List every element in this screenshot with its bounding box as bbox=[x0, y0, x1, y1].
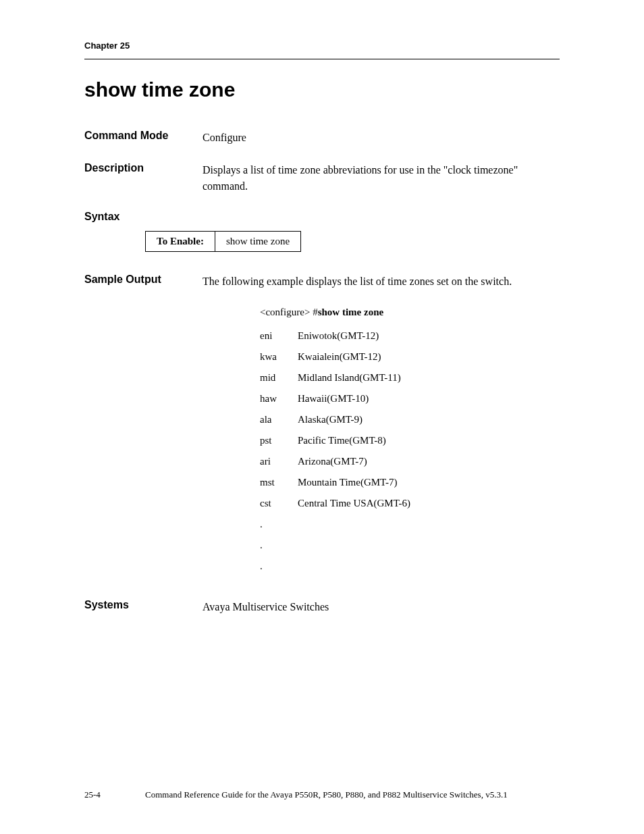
tz-desc: Pacific Time(GMT-8) bbox=[298, 435, 386, 446]
tz-code: kwa bbox=[260, 351, 298, 363]
description-row: Description Displays a list of time zone… bbox=[84, 162, 560, 194]
sample-output-row: Sample Output The following example disp… bbox=[84, 273, 560, 290]
tz-rows: eniEniwotok(GMT-12)kwaKwaialein(GMT-12)m… bbox=[260, 330, 560, 509]
tz-desc: Hawaii(GMT-10) bbox=[298, 393, 369, 405]
description-label: Description bbox=[84, 162, 203, 174]
tz-row: mstMountain Time(GMT-7) bbox=[260, 477, 560, 488]
tz-row: cstCentral Time USA(GMT-6) bbox=[260, 498, 560, 509]
output-block: <configure> #show time zone eniEniwotok(… bbox=[260, 306, 560, 572]
tz-desc: Alaska(GMT-9) bbox=[298, 414, 363, 425]
ellipsis-dot: . bbox=[260, 540, 560, 551]
tz-code: haw bbox=[260, 393, 298, 405]
ellipsis-dot: . bbox=[260, 519, 560, 530]
tz-desc: Kwaialein(GMT-12) bbox=[298, 351, 381, 363]
tz-code: mid bbox=[260, 372, 298, 384]
tz-row: midMidland Island(GMT-11) bbox=[260, 372, 560, 384]
dots: ... bbox=[260, 519, 560, 572]
tz-code: eni bbox=[260, 330, 298, 342]
tz-code: cst bbox=[260, 498, 298, 509]
syntax-table: To Enable: show time zone bbox=[145, 231, 301, 252]
syntax-command: show time zone bbox=[215, 232, 300, 252]
command-mode-label: Command Mode bbox=[84, 130, 203, 142]
ellipsis-dot: . bbox=[260, 561, 560, 572]
tz-code: ala bbox=[260, 414, 298, 425]
sample-output-intro: The following example displays the list … bbox=[203, 273, 560, 290]
tz-code: ari bbox=[260, 456, 298, 467]
command-mode-row: Command Mode Configure bbox=[84, 130, 560, 146]
tz-row: pstPacific Time(GMT-8) bbox=[260, 435, 560, 446]
tz-row: eniEniwotok(GMT-12) bbox=[260, 330, 560, 342]
tz-desc: Eniwotok(GMT-12) bbox=[298, 330, 379, 342]
page-title: show time zone bbox=[84, 78, 560, 101]
tz-desc: Midland Island(GMT-11) bbox=[298, 372, 401, 384]
command-mode-value: Configure bbox=[203, 130, 560, 146]
top-rule bbox=[84, 59, 560, 59]
systems-row: Systems Avaya Multiservice Switches bbox=[84, 599, 560, 615]
tz-row: alaAlaska(GMT-9) bbox=[260, 414, 560, 425]
syntax-to-enable-label: To Enable: bbox=[146, 232, 215, 252]
tz-code: mst bbox=[260, 477, 298, 488]
systems-label: Systems bbox=[84, 599, 203, 611]
chapter-header: Chapter 25 bbox=[84, 41, 560, 51]
tz-code: pst bbox=[260, 435, 298, 446]
prompt-prefix: <configure> # bbox=[260, 307, 318, 317]
footer-page: 25-4 bbox=[84, 789, 145, 800]
description-value: Displays a list of time zone abbreviatio… bbox=[203, 162, 560, 194]
footer-text: Command Reference Guide for the Avaya P5… bbox=[145, 789, 560, 800]
prompt-line: <configure> #show time zone bbox=[260, 306, 560, 319]
syntax-label: Syntax bbox=[84, 211, 203, 223]
tz-row: hawHawaii(GMT-10) bbox=[260, 393, 560, 405]
syntax-table-wrap: To Enable: show time zone bbox=[145, 231, 560, 252]
sample-output-label: Sample Output bbox=[84, 273, 203, 286]
prompt-command: show time zone bbox=[318, 307, 384, 317]
systems-value: Avaya Multiservice Switches bbox=[203, 599, 560, 615]
syntax-row: Syntax bbox=[84, 211, 560, 223]
tz-desc: Arizona(GMT-7) bbox=[298, 456, 367, 467]
tz-row: ariArizona(GMT-7) bbox=[260, 456, 560, 467]
tz-row: kwaKwaialein(GMT-12) bbox=[260, 351, 560, 363]
tz-desc: Central Time USA(GMT-6) bbox=[298, 498, 410, 509]
tz-desc: Mountain Time(GMT-7) bbox=[298, 477, 397, 488]
footer: 25-4 Command Reference Guide for the Ava… bbox=[84, 789, 560, 800]
